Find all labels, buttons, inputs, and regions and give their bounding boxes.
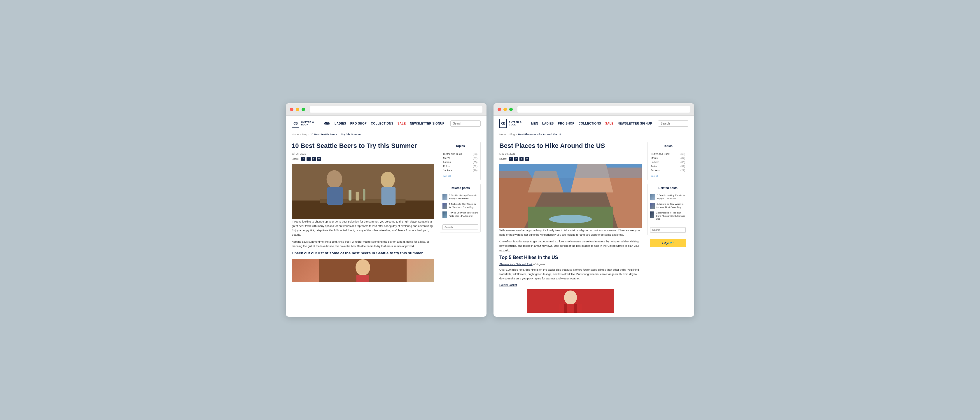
email-icon-2[interactable]: ✉ — [525, 157, 529, 161]
topic-item-4-2[interactable]: Jackets (29) — [651, 168, 685, 172]
svg-point-12 — [356, 259, 370, 275]
related-post-title-0-2[interactable]: 5 Seattle Holiday Events to Enjoy in Dec… — [657, 194, 686, 200]
topic-count-0-1: (63) — [473, 153, 477, 156]
article-main-2: Best Places to Hike Around the US May 10… — [500, 142, 642, 312]
nav-men-2[interactable]: MEN — [531, 122, 538, 125]
sidebar-search-wrap-1: ▶ — [440, 222, 480, 232]
topic-item-1-1[interactable]: Men's (37) — [443, 156, 477, 160]
nav-collections-1[interactable]: COLLECTIONS — [371, 122, 393, 125]
topic-count-2-2: (35) — [681, 161, 685, 164]
nav-men-1[interactable]: MEN — [323, 122, 331, 125]
topic-item-3-1[interactable]: Polos (32) — [443, 164, 477, 168]
topic-label-2-2: Ladies' — [651, 161, 659, 164]
nav-ladies-1[interactable]: LADIES — [334, 122, 346, 125]
twitter-icon-2[interactable]: t — [519, 157, 523, 161]
breadcrumb-blog-1[interactable]: Blog — [302, 133, 307, 136]
related-posts-1: 5 Seattle Holiday Events to Enjoy in Dec… — [440, 192, 480, 222]
facebook-icon-2[interactable]: f — [509, 157, 513, 161]
address-bar-1[interactable] — [310, 106, 482, 113]
hike1-location-2: – Virginia — [533, 262, 544, 266]
sidebar-search-input-1[interactable] — [443, 224, 478, 229]
close-dot-1[interactable] — [290, 108, 293, 111]
article-date-2: May 10, 2021 — [500, 152, 642, 155]
nav-proshop-1[interactable]: PRO SHOP — [350, 122, 367, 125]
header-search-btn-1[interactable]: 🔍 — [480, 121, 480, 126]
topic-item-2-2[interactable]: Ladies' (35) — [651, 160, 685, 164]
email-icon-1[interactable]: ✉ — [317, 157, 321, 161]
topic-item-1-2[interactable]: Men's (37) — [651, 156, 685, 160]
topic-label-0-1: Cutter and Buck — [443, 153, 462, 156]
header-search-btn-2[interactable]: 🔍 — [687, 121, 688, 126]
header-search-input-2[interactable] — [658, 121, 687, 126]
paypal-badge-2[interactable]: PayPal — [650, 239, 686, 247]
minimize-dot-1[interactable] — [296, 108, 299, 111]
topic-item-0-2[interactable]: Cutter and Buck (63) — [651, 152, 685, 156]
minimize-dot-2[interactable] — [503, 108, 507, 111]
paypal-pal-2: Pal — [668, 241, 674, 245]
topic-count-4-1: (29) — [473, 169, 477, 172]
topic-item-3-2[interactable]: Polos (32) — [651, 164, 685, 168]
close-dot-2[interactable] — [498, 108, 501, 111]
article-body-intro1-2: With warmer weather approaching, it's fi… — [500, 228, 642, 237]
sidebar-search-2[interactable]: ▶ — [650, 227, 686, 233]
topic-label-1-2: Men's — [651, 157, 658, 159]
sidebar-search-input-2[interactable] — [651, 228, 686, 232]
nav-sale-1[interactable]: SALE — [398, 122, 406, 125]
logo-1[interactable]: CB CUTTER & BUCK — [292, 119, 318, 128]
nav-sale-2[interactable]: SALE — [605, 122, 614, 125]
related-card-1: Related posts 5 Seattle Holiday Events t… — [440, 184, 480, 232]
breadcrumb-blog-2[interactable]: Blog — [509, 133, 515, 136]
breadcrumb-home-2[interactable]: Home — [500, 133, 506, 136]
header-search-1[interactable]: 🔍 — [450, 121, 480, 127]
topics-card-1: Topics Cutter and Buck (63) Men's (37) L… — [440, 142, 480, 180]
related-post-title-0-1[interactable]: 5 Seattle Holiday Events to Enjoy in Dec… — [449, 194, 478, 200]
article-body-1: If you're looking to change up your go-t… — [292, 220, 434, 256]
logo-2[interactable]: CB CUTTER & BUCK — [500, 119, 525, 128]
related-post-1-1: 4 Jackets to Stay Warm in for Your Next … — [442, 203, 478, 209]
header-search-input-1[interactable] — [450, 121, 480, 126]
svg-point-19 — [549, 215, 592, 223]
topics-list-2: Cutter and Buck (63) Men's (37) Ladies' … — [648, 150, 688, 174]
topic-count-4-2: (29) — [681, 169, 685, 172]
topic-count-1-2: (37) — [681, 157, 685, 159]
topic-count-0-2: (63) — [681, 153, 685, 156]
twitter-icon-1[interactable]: t — [312, 157, 316, 161]
browser-window-1: CB CUTTER & BUCK MEN LADIES PRO SHOP COL… — [286, 103, 487, 317]
topic-item-4-1[interactable]: Jackets (29) — [443, 168, 477, 172]
address-bar-2[interactable] — [517, 106, 690, 113]
pinterest-icon-2[interactable]: P — [514, 157, 518, 161]
svg-rect-26 — [564, 304, 567, 313]
topic-label-4-1: Jackets — [443, 169, 452, 172]
hike1-link-2[interactable]: Shenandoah National Park — [500, 262, 533, 266]
page-content-2: Best Places to Hike Around the US May 10… — [493, 138, 694, 317]
nav-collections-2[interactable]: COLLECTIONS — [579, 122, 601, 125]
topics-list-1: Cutter and Buck (63) Men's (37) Ladies' … — [440, 150, 480, 174]
related-thumb-2-1 — [442, 212, 447, 218]
breadcrumb-home-1[interactable]: Home — [292, 133, 299, 136]
nav-2: MEN LADIES PRO SHOP COLLECTIONS SALE NEW… — [531, 122, 652, 125]
nav-newsletter-1[interactable]: NEWSLETTER SIGNUP — [410, 122, 444, 125]
hike1-product-link-2[interactable]: Rainier Jacket — [500, 283, 642, 286]
topics-title-2: Topics — [648, 142, 688, 150]
related-post-title-1-2[interactable]: 4 Jackets to Stay Warm in for Your Next … — [657, 203, 686, 209]
facebook-icon-1[interactable]: f — [301, 157, 305, 161]
related-post-title-2-2[interactable]: Get Dressed for Holiday Card Photos with… — [656, 212, 686, 221]
topic-item-0-1[interactable]: Cutter and Buck (63) — [443, 152, 477, 156]
related-post-title-1-1[interactable]: 4 Jackets to Stay Warm in for Your Next … — [449, 203, 478, 209]
fullscreen-dot-2[interactable] — [509, 108, 513, 111]
topic-item-2-1[interactable]: Ladies' (35) — [443, 160, 477, 164]
nav-newsletter-2[interactable]: NEWSLETTER SIGNUP — [617, 122, 652, 125]
see-all-link-1[interactable]: see all — [440, 174, 480, 180]
related-post-1-2: 4 Jackets to Stay Warm in for Your Next … — [650, 203, 686, 209]
nav-ladies-2[interactable]: LADIES — [542, 122, 554, 125]
fullscreen-dot-1[interactable] — [302, 108, 305, 111]
article-image-2 — [500, 164, 642, 228]
see-all-link-2[interactable]: see all — [648, 174, 688, 180]
pinterest-icon-1[interactable]: P — [307, 157, 310, 161]
nav-proshop-2[interactable]: PRO SHOP — [558, 122, 574, 125]
header-search-2[interactable]: 🔍 — [658, 121, 688, 127]
related-post-title-2-1[interactable]: How to Show Off Your Team Pride with NFL… — [449, 212, 478, 218]
sidebar-search-1[interactable]: ▶ — [442, 224, 478, 230]
topic-count-3-1: (32) — [473, 165, 477, 168]
article-body-intro2-2: One of our favorite ways to get outdoors… — [500, 239, 642, 253]
